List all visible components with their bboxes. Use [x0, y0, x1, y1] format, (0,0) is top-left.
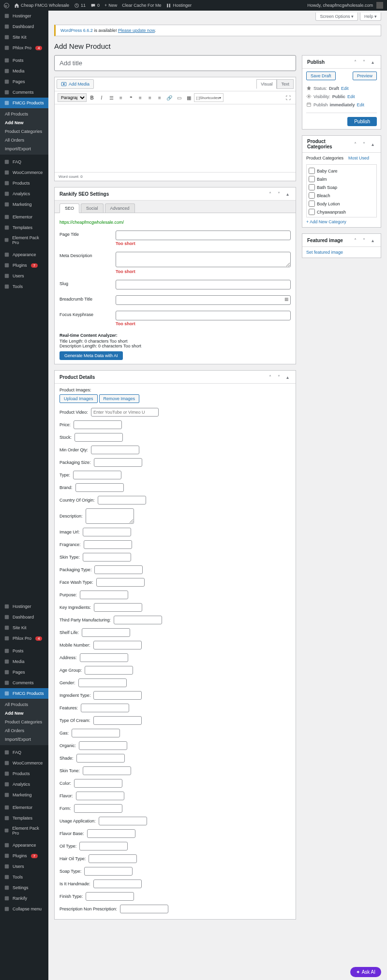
sidebar-item[interactable]: Element Pack Pro: [0, 823, 48, 838]
new-content[interactable]: + New: [104, 3, 117, 8]
post-title-input[interactable]: [54, 55, 296, 71]
screen-options-toggle[interactable]: Screen Options ▾: [315, 13, 358, 21]
sidebar-sub-item[interactable]: All Products: [0, 110, 48, 118]
bold-button[interactable]: B: [88, 93, 96, 102]
collapse-menu[interactable]: Collapse menu: [0, 904, 48, 914]
detail-input[interactable]: [81, 704, 129, 712]
sidebar-item[interactable]: Media: [0, 656, 48, 667]
sidebar-item[interactable]: Pages: [0, 667, 48, 677]
category-checkbox[interactable]: [309, 168, 315, 174]
detail-input[interactable]: [86, 508, 134, 524]
bullet-list-button[interactable]: ☰: [107, 93, 116, 102]
detail-input[interactable]: [80, 591, 128, 599]
site-name[interactable]: Cheap FMCG Wholesale: [14, 3, 69, 8]
detail-input[interactable]: [120, 905, 168, 913]
meta-desc-input[interactable]: [116, 252, 291, 267]
sidebar-item[interactable]: Comments: [0, 87, 48, 98]
sidebar-item[interactable]: Hostinger: [0, 11, 48, 21]
detail-input[interactable]: [94, 603, 142, 612]
sidebar-item[interactable]: Products: [0, 768, 48, 779]
set-featured-image-link[interactable]: Set featured image: [306, 250, 343, 255]
editor-textarea[interactable]: [55, 104, 296, 172]
sidebar-item[interactable]: Users: [0, 271, 48, 281]
detail-input[interactable]: [83, 553, 131, 562]
numbered-list-button[interactable]: ≡: [117, 93, 125, 102]
sidebar-item[interactable]: Comments: [0, 677, 48, 688]
add-category-link[interactable]: + Add New Category: [306, 219, 346, 224]
sidebar-item[interactable]: Elementor: [0, 212, 48, 222]
detail-input[interactable]: [83, 528, 131, 536]
seo-tab[interactable]: SEO: [60, 203, 79, 213]
detail-input[interactable]: [87, 829, 135, 838]
toggle-icon[interactable]: ▴: [284, 190, 291, 197]
sidebar-item[interactable]: FMCG Products: [0, 98, 48, 108]
page-title-input[interactable]: [116, 231, 291, 240]
move-up-icon[interactable]: ˄: [352, 58, 358, 65]
detail-input[interactable]: [76, 792, 124, 800]
sidebar-sub-item[interactable]: All Products: [0, 700, 48, 709]
category-checkbox[interactable]: [309, 209, 315, 215]
user-greeting[interactable]: Howdy, cheapfmcgwholesale.com: [308, 2, 383, 9]
detail-input[interactable]: [80, 653, 128, 662]
text-tab[interactable]: Text: [277, 79, 294, 89]
sidebar-item[interactable]: Appearance: [0, 840, 48, 850]
most-used-tab[interactable]: Most Used: [348, 156, 369, 160]
detail-input[interactable]: [84, 867, 133, 876]
sidebar-item[interactable]: Tools: [0, 281, 48, 292]
blockquote-button[interactable]: ❝: [126, 93, 135, 102]
detail-input[interactable]: [96, 578, 145, 587]
sidebar-sub-item[interactable]: All Orders: [0, 726, 48, 735]
sidebar-item[interactable]: FAQ: [0, 747, 48, 758]
sidebar-item[interactable]: Marketing: [0, 199, 48, 210]
sidebar-item[interactable]: Elementor: [0, 802, 48, 813]
breadcrumb-input[interactable]: [116, 295, 291, 305]
sidebar-item[interactable]: Element Pack Pro: [0, 233, 48, 247]
italic-button[interactable]: I: [97, 93, 106, 102]
sidebar-item[interactable]: WooCommerce: [0, 758, 48, 768]
sidebar-item[interactable]: Rankify: [0, 893, 48, 904]
visual-tab[interactable]: Visual: [256, 79, 277, 89]
detail-input[interactable]: [93, 641, 142, 649]
detail-input[interactable]: [85, 666, 133, 675]
detail-input[interactable]: [74, 804, 122, 813]
product-video-input[interactable]: [91, 408, 159, 417]
detail-input[interactable]: [86, 892, 134, 901]
toggle-icon[interactable]: ▴: [284, 374, 291, 380]
sidebar-sub-item[interactable]: Product Categories: [0, 718, 48, 726]
sidebar-item[interactable]: Plugins7: [0, 260, 48, 271]
category-checkbox[interactable]: [309, 184, 315, 190]
edit-status-link[interactable]: Edit: [341, 86, 349, 91]
sidebar-sub-item[interactable]: All Orders: [0, 136, 48, 144]
sidebar-item[interactable]: Settings: [0, 882, 48, 893]
sidebar-item[interactable]: Analytics: [0, 779, 48, 790]
publish-button[interactable]: Publish: [347, 117, 377, 126]
move-down-icon[interactable]: ˅: [275, 190, 282, 197]
remove-images-button[interactable]: Remove Images: [99, 394, 140, 403]
detail-input[interactable]: [74, 779, 122, 788]
upload-images-button[interactable]: Upload Images: [60, 394, 98, 403]
sidebar-item[interactable]: Posts: [0, 55, 48, 66]
wp-logo[interactable]: [4, 3, 9, 8]
detail-input[interactable]: [84, 540, 132, 549]
slug-input[interactable]: [116, 280, 291, 289]
move-down-icon[interactable]: ˅: [360, 58, 367, 65]
sidebar-item[interactable]: WooCommerce: [0, 167, 48, 178]
advanced-tab[interactable]: Advanced: [105, 203, 135, 213]
comments-count[interactable]: 0: [90, 3, 100, 8]
detail-input[interactable]: [114, 616, 162, 624]
hostinger-menu[interactable]: Hostinger: [166, 3, 192, 8]
add-media-button[interactable]: Add Media: [57, 79, 94, 89]
detail-input[interactable]: [93, 691, 142, 700]
sidebar-item[interactable]: Templates: [0, 813, 48, 823]
sidebar-item[interactable]: Products: [0, 178, 48, 188]
sidebar-item[interactable]: Dashboard: [0, 612, 48, 622]
detail-input[interactable]: [73, 471, 121, 479]
move-up-icon[interactable]: ˄: [352, 141, 358, 147]
sidebar-item[interactable]: FMCG Products: [0, 688, 48, 699]
detail-input[interactable]: [82, 628, 130, 637]
clear-cache[interactable]: Clear Cache For Me: [122, 3, 161, 8]
toggle-icon[interactable]: ▴: [369, 58, 376, 65]
sidebar-item[interactable]: Analytics: [0, 188, 48, 199]
move-up-icon[interactable]: ˄: [267, 190, 273, 197]
category-checkbox[interactable]: [309, 217, 315, 217]
